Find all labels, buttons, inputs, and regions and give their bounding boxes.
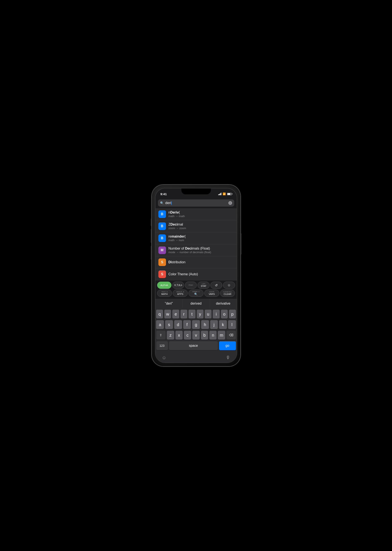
result-name-zdecimal: ZDecimal xyxy=(168,222,234,226)
result-text-color-theme: Color Theme (Auto) xyxy=(168,272,234,276)
search-calc-button[interactable]: DRAW C 🔍 xyxy=(189,290,203,297)
xthn-button[interactable]: X,T,θ,n xyxy=(172,282,184,289)
go-key[interactable]: go xyxy=(219,341,236,350)
text-cursor xyxy=(171,201,172,205)
delete-key[interactable]: ⌫ xyxy=(226,331,236,340)
wifi-icon: 📶 xyxy=(223,193,226,195)
predictive-deri[interactable]: "deri" xyxy=(155,299,183,308)
result-text-distribution: Distribution xyxy=(168,260,234,264)
result-name-color-theme: Color Theme (Auto) xyxy=(168,272,234,276)
key-o[interactable]: o xyxy=(221,310,228,319)
key-w[interactable]: w xyxy=(164,310,171,319)
numbers-key[interactable]: 123 xyxy=(156,341,168,350)
alpha-button[interactable]: ALPHA xyxy=(157,282,171,289)
result-item-distribution[interactable]: S Distribution xyxy=(155,256,237,268)
result-subtitle-nderiv: math → math xyxy=(168,215,234,218)
calc-row-2: TEST A MATH ANGLE B APPS DRAW C 🔍 DISTR … xyxy=(157,290,235,297)
app-content: 🔍 deri × B nDeriv( math → math xyxy=(155,198,237,363)
predictive-bar: "deri" derived derivative xyxy=(155,299,237,308)
key-j[interactable]: j xyxy=(210,320,218,329)
search-bar-container: 🔍 deri × xyxy=(155,198,237,208)
result-subtitle-remainder: math → num xyxy=(168,239,234,242)
status-time: 9:41 xyxy=(161,192,167,196)
bottom-bar: ☺ 🎙 xyxy=(155,353,237,363)
result-item-number-decimals[interactable]: M Number of Decimals (Float) mode → numb… xyxy=(155,244,237,256)
predictive-derivative[interactable]: derivative xyxy=(210,299,237,308)
result-text-remainder: remainder( math → num xyxy=(168,235,234,242)
microphone-icon[interactable]: 🎙 xyxy=(226,355,231,360)
result-subtitle-zdecimal: zoom → zoom xyxy=(168,227,234,230)
apps-button[interactable]: ANGLE B APPS xyxy=(173,290,188,297)
undo-button[interactable]: ↺ xyxy=(210,282,222,289)
key-row-2: a s d f g h j k l xyxy=(156,320,236,329)
emoji-icon[interactable]: ☺ xyxy=(162,355,166,360)
result-item-color-theme[interactable]: S Color Theme (Auto) xyxy=(155,268,237,280)
key-c[interactable]: c xyxy=(184,331,191,340)
key-g[interactable]: g xyxy=(192,320,200,329)
search-text: deri xyxy=(165,201,171,205)
search-icon: 🔍 xyxy=(160,201,164,205)
space-key[interactable]: space xyxy=(169,341,218,350)
result-icon-b1: B xyxy=(158,210,166,218)
key-h[interactable]: h xyxy=(201,320,209,329)
vars-button[interactable]: DISTR VARS xyxy=(204,290,219,297)
key-row-1: q w e r t y u i o p xyxy=(156,310,236,319)
key-k[interactable]: k xyxy=(219,320,227,329)
phone-frame: 9:41 📶 🔍 der xyxy=(152,185,240,366)
result-icon-m: M xyxy=(158,246,166,254)
smiley-button[interactable]: ☺ xyxy=(223,282,235,289)
key-y[interactable]: y xyxy=(197,310,203,319)
stat-button[interactable]: FRAC xyxy=(185,282,197,289)
key-s[interactable]: s xyxy=(165,320,173,329)
key-z[interactable]: z xyxy=(167,331,174,340)
result-item-remainder[interactable]: B remainder( math → num xyxy=(155,232,237,244)
result-item-zdecimal[interactable]: B ZDecimal zoom → zoom xyxy=(155,220,237,232)
key-row-4: 123 space go xyxy=(156,341,236,350)
key-u[interactable]: u xyxy=(205,310,211,319)
math-button[interactable]: TEST A MATH xyxy=(157,290,172,297)
key-a[interactable]: a xyxy=(156,320,164,329)
key-m[interactable]: m xyxy=(218,331,225,340)
battery-icon xyxy=(227,193,232,195)
clear-button[interactable]: CLEAR ALL CLEAR xyxy=(220,290,235,297)
calc-row-1: ALPHA X,T,θ,n FRAC LIST STAT ↺ ☺ xyxy=(157,282,235,289)
key-x[interactable]: x xyxy=(175,331,183,340)
key-t[interactable]: t xyxy=(189,310,195,319)
key-f[interactable]: f xyxy=(183,320,191,329)
result-text-zdecimal: ZDecimal zoom → zoom xyxy=(168,222,234,230)
key-v[interactable]: v xyxy=(192,331,199,340)
result-icon-b3: B xyxy=(158,234,166,242)
key-r[interactable]: r xyxy=(181,310,187,319)
key-p[interactable]: p xyxy=(229,310,236,319)
result-name-remainder: remainder( xyxy=(168,235,234,238)
result-name-number-decimals: Number of Decimals (Float) xyxy=(168,247,234,250)
calc-buttons-area: ALPHA X,T,θ,n FRAC LIST STAT ↺ ☺ TES xyxy=(155,280,237,299)
shift-key[interactable]: ⇧ xyxy=(156,331,166,340)
key-l[interactable]: l xyxy=(228,320,236,329)
result-item-nderiv[interactable]: B nDeriv( math → math xyxy=(155,208,237,220)
search-bar[interactable]: 🔍 deri × xyxy=(158,199,234,207)
key-e[interactable]: e xyxy=(172,310,179,319)
key-q[interactable]: q xyxy=(156,310,163,319)
key-row-3: ⇧ z x c v b n m ⌫ xyxy=(156,331,236,340)
result-text-nderiv: nDeriv( math → math xyxy=(168,211,234,218)
clear-search-button[interactable]: × xyxy=(228,201,232,205)
status-icons: 📶 xyxy=(218,193,232,195)
phone-screen: 9:41 📶 🔍 der xyxy=(155,188,237,363)
predictive-text-derivative: derivative xyxy=(216,302,230,305)
notch xyxy=(181,188,211,194)
signal-icon xyxy=(218,193,221,195)
key-n[interactable]: n xyxy=(209,331,217,340)
result-text-number-decimals: Number of Decimals (Float) mode → number… xyxy=(168,247,234,254)
predictive-derived[interactable]: derived xyxy=(183,299,210,308)
predictive-text-derived: derived xyxy=(190,302,201,305)
results-list: B nDeriv( math → math B ZDecimal zoom → … xyxy=(155,208,237,280)
key-d[interactable]: d xyxy=(174,320,182,329)
key-i[interactable]: i xyxy=(213,310,219,319)
key-b[interactable]: b xyxy=(201,331,208,340)
search-input[interactable]: deri xyxy=(165,201,227,205)
list-stat-button[interactable]: LIST STAT xyxy=(198,282,209,289)
predictive-text-deri: "deri" xyxy=(165,302,173,305)
result-icon-b2: B xyxy=(158,222,166,230)
keyboard: q w e r t y u i o p a s d f g xyxy=(155,308,237,353)
